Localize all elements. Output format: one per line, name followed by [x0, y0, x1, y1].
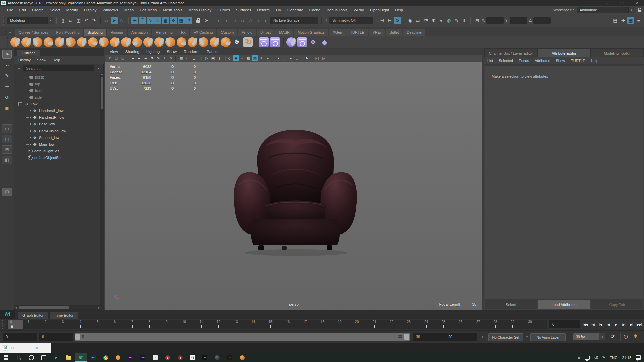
output-connections-icon[interactable]: ⊢ [386, 17, 393, 24]
chevron-down-icon[interactable]: ▼ [47, 17, 54, 24]
humanik-toggle-icon[interactable]: ✚ [620, 17, 627, 24]
file-explorer-icon[interactable] [62, 353, 75, 362]
time-slider-grip[interactable] [2, 320, 4, 329]
chevron-down-icon[interactable]: ▼ [96, 64, 102, 73]
chevron-down-icon[interactable]: ▼ [481, 335, 484, 339]
select-tool[interactable]: ➤ [3, 50, 11, 58]
camera-attributes-icon[interactable]: ▰ [143, 55, 149, 61]
motion-blur-icon[interactable]: ◓ [288, 55, 294, 61]
lasso-tool[interactable]: ∽ [3, 61, 11, 69]
snap-curve-icon[interactable]: ∩ [224, 17, 231, 24]
shelf-tab-deadline[interactable]: Deadline [403, 29, 425, 36]
step-back-frame-button[interactable]: |◀ [589, 320, 597, 329]
wireframe-icon[interactable]: ◇ [227, 55, 233, 61]
layout-single[interactable]: ▭ [2, 124, 12, 133]
mask-rendering-icon[interactable]: ▦ [178, 17, 185, 24]
step-back-key-button[interactable]: |◀ [597, 320, 604, 329]
hypershade-icon[interactable]: ◍ [445, 17, 452, 24]
select-component-icon[interactable]: ◇ [118, 17, 126, 24]
sculpt-imprint-icon[interactable] [121, 37, 131, 47]
ae-menu-focus[interactable]: Focus [519, 59, 529, 63]
gate-mask-icon[interactable]: ▢ [197, 55, 203, 61]
animation-preferences-icon[interactable]: ◷ [624, 333, 628, 339]
sculpt-target-icon[interactable] [286, 37, 296, 47]
xray-icon[interactable]: ◐ [239, 55, 245, 61]
mask-handles-icon[interactable]: ⌒ [139, 17, 146, 24]
separator[interactable] [212, 16, 214, 24]
search-input[interactable]: Search... [23, 65, 94, 71]
marmoset-icon[interactable]: M [199, 353, 211, 362]
shelf-tab-animation[interactable]: Animation [128, 29, 151, 36]
tab-graph-editor[interactable]: Graph Editor [18, 312, 48, 319]
outliner-item-front[interactable]: front [14, 87, 104, 94]
character-set-selector[interactable]: No Character Set [488, 333, 523, 341]
redo-icon[interactable]: ↷ [90, 17, 97, 24]
outliner-item-main-low[interactable]: ❖Main_low [14, 141, 104, 148]
textured-icon[interactable]: ▩ [246, 55, 252, 61]
search-button[interactable] [12, 353, 25, 362]
shelf-tab-mash[interactable]: MASH [275, 29, 293, 36]
menu-mesh-tools[interactable]: Mesh Tools [160, 8, 185, 12]
ae-menu-help[interactable]: Help [591, 59, 599, 63]
workspace-dropdown[interactable]: Animation* ▼ [577, 7, 635, 13]
viewport-menu-renderer[interactable]: Renderer [184, 50, 200, 54]
viewport-menu-lighting[interactable]: Lighting [146, 50, 160, 54]
menu-select[interactable]: Select [47, 8, 63, 12]
quixel-icon[interactable]: ◁ [186, 353, 199, 362]
ae-menu-selected[interactable]: Selected [499, 59, 513, 63]
menu-file[interactable]: File [4, 8, 16, 12]
lock-selection-icon[interactable] [195, 17, 202, 24]
occlusion-icon[interactable]: ◒ [281, 55, 287, 61]
go-to-end-button[interactable]: ▶▶| [635, 320, 643, 329]
textured-checker-icon[interactable]: ▦ [252, 55, 258, 61]
chrome-icon[interactable] [99, 353, 112, 362]
speaker-icon[interactable]: ◁)) [594, 356, 598, 359]
viewport-menu-panels[interactable]: Panels [207, 50, 218, 54]
grease-pencil-icon[interactable]: ✎ [155, 55, 161, 61]
shelf-tab-fx[interactable]: FX [177, 29, 189, 36]
pen-icon[interactable]: ✎ [602, 355, 605, 360]
bookmark-icon[interactable]: ⚑ [149, 55, 155, 61]
lock-camera-icon[interactable]: ▰ [136, 55, 142, 61]
pose-editor-icon[interactable] [270, 37, 280, 47]
range-end-handle[interactable] [404, 334, 409, 340]
outliner-item-backcusion-low[interactable]: ❖BackCusion_low [14, 127, 104, 134]
outliner-menu-help[interactable]: Help [53, 58, 60, 62]
outliner-item-persp[interactable]: persp [14, 74, 104, 81]
shelf-icons-grip[interactable] [6, 37, 8, 47]
render-settings-icon[interactable]: ✱ [430, 17, 437, 24]
outliner-item-handrestr-low[interactable]: ❖HandrestR_low [14, 114, 104, 121]
modeling-toolkit-toggle-icon[interactable]: ▤ [612, 17, 619, 24]
sculpt-smooth-icon[interactable] [33, 37, 42, 47]
dark-sphere-app-icon[interactable] [211, 353, 224, 362]
shadows-icon[interactable]: ◑ [275, 55, 281, 61]
live-surface-field[interactable]: No Live Surface [270, 17, 318, 24]
new-scene-icon[interactable]: ▯ [59, 17, 66, 24]
menu-help[interactable]: Help [392, 8, 406, 12]
time-slider-track[interactable]: 0 01234567891011121314151617181920212223… [6, 320, 547, 329]
mask-surfaces-icon[interactable]: ◇ [154, 17, 161, 24]
chevron-down-icon[interactable]: ▼ [599, 333, 605, 340]
resolution-gate-icon[interactable]: ◻ [191, 55, 197, 61]
shelf-tab-fx-caching[interactable]: FX Caching [190, 29, 216, 36]
load-attributes-button[interactable]: Load Attributes [538, 300, 590, 309]
sculpt-foamy-icon[interactable] [88, 37, 98, 47]
sculpt-amplify-icon[interactable] [199, 37, 208, 47]
open-scene-icon[interactable]: ▱ [67, 17, 74, 24]
snap-grid-icon[interactable]: ∩ [216, 17, 223, 24]
sculpt-bulge-icon[interactable] [188, 37, 197, 47]
ae-menu-list[interactable]: List [487, 59, 493, 63]
separator[interactable] [375, 16, 377, 24]
layout-four-view[interactable]: ⊞ [2, 145, 12, 154]
chevron-down-icon[interactable]: ▼ [324, 17, 328, 24]
focus-icon[interactable]: ⌖ [16, 66, 22, 71]
sculpt-fill-icon[interactable] [154, 37, 164, 47]
dim-toggle-a-icon[interactable]: ◻ [113, 55, 119, 61]
tab-time-editor[interactable]: Time Editor [50, 312, 78, 319]
menu-windows[interactable]: Windows [99, 8, 121, 12]
rotate-tool[interactable]: ⟳ [3, 93, 11, 101]
shelf-menu-icon[interactable]: ≡ [8, 29, 13, 36]
outliner-item-side[interactable]: side [14, 94, 104, 101]
play-backwards-button[interactable]: ◀ [604, 320, 612, 329]
dim-toggle-c-icon[interactable]: ◻ [294, 55, 300, 61]
